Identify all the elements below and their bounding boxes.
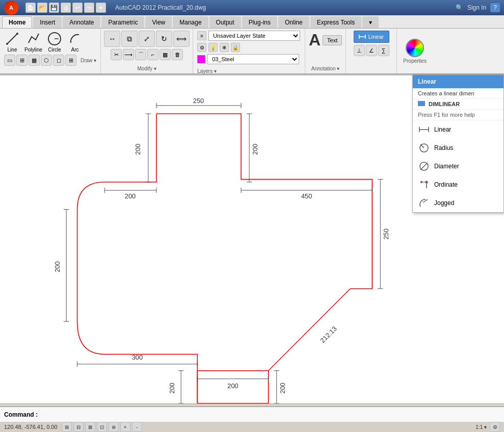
jogged-item-label: Jogged (434, 199, 454, 207)
line-tool[interactable]: Line (4, 31, 20, 53)
layer-lock-icon[interactable]: 🔒 (231, 43, 240, 52)
polyline-icon (25, 31, 42, 47)
boundary-tool[interactable]: ⬡ (41, 55, 52, 66)
rectangle-tool[interactable]: ▭ (4, 55, 15, 66)
tab-insert[interactable]: Insert (33, 16, 62, 28)
dropdown-item-linear[interactable]: Linear (413, 120, 503, 139)
status-icon-5[interactable]: ⊛ (109, 422, 119, 432)
tab-parametric[interactable]: Parametric (101, 16, 144, 28)
layer-state-dropdown[interactable]: Unsaved Layer State (208, 31, 300, 41)
dropdown-item-jogged[interactable]: Jogged (413, 194, 503, 212)
dropdown-item-diameter[interactable]: Diameter (413, 157, 503, 175)
gradient-tool[interactable]: ▦ (29, 55, 40, 66)
fillet-tool[interactable]: ⌒ (135, 49, 146, 60)
arc-tool[interactable]: Arc (67, 31, 83, 53)
tab-manage[interactable]: Manage (173, 16, 208, 28)
status-icon-3[interactable]: ⊠ (85, 422, 95, 432)
print-button[interactable]: 🖨 (61, 3, 71, 13)
tab-more[interactable]: ▾ (362, 16, 379, 28)
draw-tools-row: Line Polyline Circle Arc (4, 31, 96, 53)
layer-color-dropdown[interactable]: 03_Steel (207, 54, 299, 64)
dim-bot-left-h: 300 (132, 353, 143, 361)
layer-settings-icon[interactable]: ⚙ (197, 43, 206, 52)
diameter-item-label: Diameter (434, 163, 459, 170)
tab-output[interactable]: Output (209, 16, 241, 28)
linear-dim-icon (358, 33, 366, 41)
new-button[interactable]: 📄 (25, 3, 36, 13)
mirror-tool[interactable]: ⟺ (173, 31, 190, 47)
workspace-switcher[interactable]: ▾ (96, 3, 106, 13)
dim-tool-2[interactable]: ∠ (366, 45, 377, 56)
color-wheel[interactable] (406, 39, 424, 57)
hatch-tool[interactable]: ⊞ (16, 55, 28, 66)
chamfer-tool[interactable]: ⌐ (147, 49, 158, 60)
circle-icon (46, 31, 63, 47)
sign-in-button[interactable]: Sign In (467, 4, 486, 11)
stretch-tool[interactable]: ⤢ (139, 31, 155, 47)
layer-off-icon[interactable]: 💡 (208, 43, 218, 52)
linear-label: Linear (368, 34, 384, 40)
redo-button[interactable]: ↪ (84, 3, 94, 13)
modify-section: ↔ ⧉ ⤢ ↻ ⟺ ✂ ⟶ ⌒ ⌐ ▦ 🗑 Modify ▾ (101, 29, 193, 73)
array-tool[interactable]: ▦ (160, 49, 171, 60)
modify-label: Modify ▾ (138, 64, 156, 71)
search-icon[interactable]: 🔍 (456, 4, 463, 11)
undo-button[interactable]: ↩ (72, 3, 83, 13)
tab-view[interactable]: View (145, 16, 172, 28)
dim-bot-mid-h: 200 (227, 382, 238, 390)
ribbon-tabs: Home Insert Annotate Parametric View Man… (0, 15, 504, 29)
modify-row1: ↔ ⧉ ⤢ ↻ ⟺ (104, 31, 190, 47)
tab-annotate[interactable]: Annotate (63, 16, 100, 28)
command-input[interactable] (40, 411, 500, 418)
circle-tool[interactable]: Circle (46, 31, 63, 53)
dim-left-outer-v: 200 (54, 261, 61, 272)
status-icon-6[interactable]: + (120, 422, 130, 432)
linear-icon (418, 123, 430, 136)
tab-home[interactable]: Home (2, 16, 32, 28)
line-icon (4, 31, 20, 47)
extend-tool[interactable]: ⟶ (123, 49, 134, 60)
dropdown-item-radius[interactable]: Radius (413, 139, 503, 157)
tab-express-tools[interactable]: Express Tools (310, 16, 361, 28)
svg-point-1 (6, 43, 8, 45)
dropdown-help: Press F1 for more help (413, 110, 503, 120)
dim-tool-3[interactable]: ∑ (378, 45, 389, 56)
autocad-logo: A (4, 1, 18, 15)
status-icon-2[interactable]: ⊟ (73, 422, 84, 432)
dim-right-v-inner: 200 (251, 144, 259, 155)
dropdown-header: Linear (413, 75, 503, 88)
dropdown-item-ordinate[interactable]: Ordinate (413, 175, 503, 194)
tab-online[interactable]: Online (278, 16, 309, 28)
open-button[interactable]: 📂 (37, 3, 47, 13)
settings-icon[interactable]: ⚙ (490, 422, 500, 432)
polyline-label: Polyline (24, 47, 42, 53)
dim-right-v-250: 250 (382, 228, 390, 239)
linear-button[interactable]: Linear (354, 31, 389, 43)
dim-tool-1[interactable]: ⊥ (354, 45, 365, 56)
help-button[interactable]: ? (490, 3, 500, 12)
erase-tool[interactable]: 🗑 (172, 49, 183, 60)
status-icon-1[interactable]: ⊞ (62, 422, 72, 432)
text-button[interactable]: Text (323, 35, 342, 45)
copy-tool[interactable]: ⧉ (121, 31, 138, 47)
region-tool[interactable]: ◻ (53, 55, 64, 66)
trim-tool[interactable]: ✂ (111, 49, 122, 60)
titlebar: A 📄 📂 💾 🖨 ↩ ↪ ▾ AutoCAD 2012 PracticalI_… (0, 0, 504, 15)
status-icon-4[interactable]: ⊡ (97, 422, 107, 432)
layer-freeze-icon[interactable]: ❄ (220, 43, 229, 52)
ribbon-panel: Line Polyline Circle Arc (0, 29, 504, 74)
coordinates-display: 120.48, -576.41, 0.00 (4, 424, 58, 430)
table-tool[interactable]: ⊞ (65, 55, 76, 66)
status-icon-7[interactable]: - (132, 422, 142, 432)
tab-plugins[interactable]: Plug-ins (242, 16, 277, 28)
ordinate-item-label: Ordinate (434, 181, 458, 188)
polyline-tool[interactable]: Polyline (24, 31, 42, 53)
move-tool[interactable]: ↔ (104, 31, 120, 47)
dim-h-200-left: 200 (125, 192, 136, 200)
titlebar-left: A 📄 📂 💾 🖨 ↩ ↪ ▾ AutoCAD 2012 PracticalI_… (4, 1, 206, 15)
layer-icon[interactable]: ≡ (197, 31, 206, 40)
save-button[interactable]: 💾 (49, 3, 59, 13)
layer-color-swatch[interactable] (197, 55, 205, 63)
dropdown-command: DIMLINEAR (413, 99, 503, 110)
rotate-tool[interactable]: ↻ (156, 31, 172, 47)
